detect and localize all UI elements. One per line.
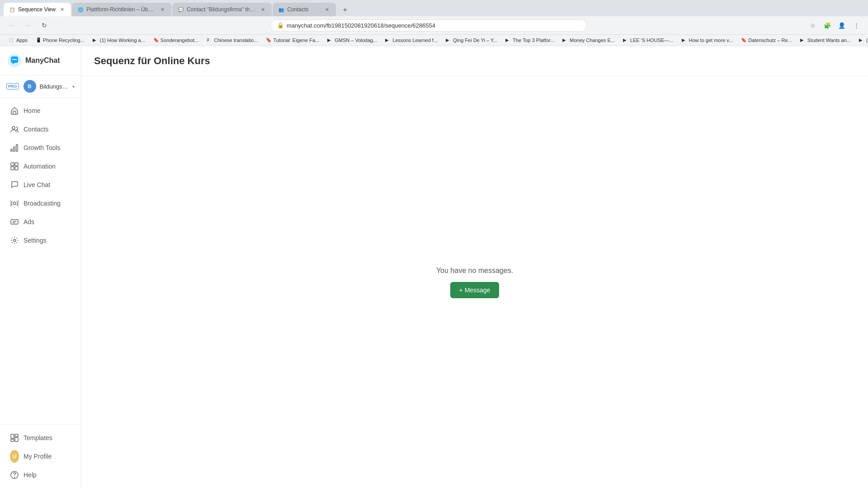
sidebar-item-label-growth-tools: Growth Tools — [24, 144, 60, 151]
tab-label-plattform: Plattform-Richtlinien – Übers... — [86, 6, 156, 13]
contacts-icon — [10, 125, 19, 134]
tab-close-contact[interactable]: ✕ — [259, 6, 266, 13]
star-button[interactable]: ☆ — [807, 19, 819, 32]
profile-avatar: U — [10, 450, 19, 463]
sidebar-item-settings[interactable]: Settings — [3, 231, 78, 249]
tab-favicon-plattform: 🌐 — [77, 6, 84, 13]
tab-contacts[interactable]: 👥 Contacts ✕ — [273, 3, 336, 16]
forward-button[interactable]: → — [22, 19, 34, 32]
bookmark-add[interactable]: ▶ (2) How To Add A... — [855, 36, 868, 44]
tab-close-contacts[interactable]: ✕ — [323, 6, 330, 13]
live-chat-icon — [10, 180, 19, 189]
bookmark-favicon-lee: ▶ — [623, 38, 628, 43]
sidebar-nav: Home Contacts — [0, 98, 81, 424]
tab-close-sequence[interactable]: ✕ — [58, 6, 66, 13]
bookmark-label-gmsn: GMSN – Volodag... — [335, 38, 377, 43]
add-message-button[interactable]: + Message — [450, 282, 500, 298]
svg-rect-15 — [11, 434, 14, 438]
svg-rect-10 — [11, 167, 14, 170]
sidebar-item-label-broadcasting: Broadcasting — [24, 200, 61, 207]
sidebar-item-ads[interactable]: Ads — [3, 213, 78, 231]
bookmark-how-working[interactable]: ▶ (1) How Working a... — [89, 36, 149, 44]
sidebar-logo: ManyChat — [0, 46, 81, 75]
svg-rect-8 — [11, 163, 14, 166]
svg-rect-1 — [12, 59, 14, 60]
sidebar-item-label-settings: Settings — [24, 237, 47, 244]
sidebar-item-my-profile[interactable]: U My Profile — [3, 447, 78, 465]
bookmark-label-phone: Phone Recycling... — [43, 38, 85, 43]
bookmark-label-qing: Qing Fei De Yi – Y... — [453, 38, 497, 43]
tab-bar: 📋 Sequence View ✕ 🌐 Plattform-Richtlinie… — [0, 0, 868, 16]
bookmarks-bar: ⬚ Apps 📱 Phone Recycling... ▶ (1) How Wo… — [0, 35, 868, 46]
svg-point-14 — [14, 239, 16, 242]
bookmark-gmsn[interactable]: ▶ GMSN – Volodag... — [324, 36, 381, 44]
tab-close-plattform[interactable]: ✕ — [159, 6, 166, 13]
svg-point-12 — [13, 202, 16, 205]
bookmark-favicon-qing: ▶ — [446, 38, 451, 43]
back-button[interactable]: ← — [5, 19, 18, 32]
address-bar[interactable]: 🔒 manychat.com/fb198150208192061​8/seque… — [270, 19, 587, 32]
sidebar-item-templates[interactable]: Templates — [3, 429, 78, 447]
sidebar-item-label-ads: Ads — [24, 218, 34, 225]
svg-rect-13 — [11, 220, 18, 224]
sidebar-item-help[interactable]: Help — [3, 466, 78, 484]
bookmark-favicon-tutorial: 🔖 — [266, 38, 271, 43]
bookmark-datenschutz[interactable]: 🔖 Datenschutz – Re... — [737, 36, 796, 44]
tab-sequence-view[interactable]: 📋 Sequence View ✕ — [4, 3, 71, 16]
svg-rect-9 — [15, 163, 18, 166]
svg-rect-11 — [15, 167, 18, 170]
bookmark-sonderangebot[interactable]: 🔖 Sonderangebot... — [150, 36, 202, 44]
profile-button[interactable]: 👤 — [835, 19, 848, 32]
svg-point-20 — [14, 477, 15, 478]
bookmark-favicon-lessons: ▶ — [385, 38, 391, 43]
bookmark-tutorial[interactable]: 🔖 Tutorial: Eigene Fa... — [262, 36, 323, 44]
bookmark-favicon-money: ▶ — [562, 38, 568, 43]
bookmark-favicon-how-working: ▶ — [93, 38, 98, 43]
page-title: Sequenz für Online Kurs — [94, 55, 855, 67]
tab-label-contacts: Contacts — [287, 6, 321, 13]
tab-contact[interactable]: 💬 Contact "Bildungsfirma" thro... ✕ — [172, 3, 272, 16]
sidebar-item-home[interactable]: Home — [3, 102, 78, 120]
tab-label-contact: Contact "Bildungsfirma" thro... — [187, 6, 256, 13]
broadcasting-icon — [10, 199, 19, 208]
bookmark-lee[interactable]: ▶ LEE 'S HOUSE—... — [619, 36, 677, 44]
url-text: manychat.com/fb198150208192061​8/sequenc… — [287, 22, 580, 29]
bookmark-apps[interactable]: ⬚ Apps — [5, 36, 31, 44]
browser-toolbar: ← → ↻ 🔒 manychat.com/fb198150208192061​8… — [0, 16, 868, 35]
bookmark-favicon-phone: 📱 — [36, 38, 41, 43]
bookmark-chinese[interactable]: # Chinese translatio... — [203, 36, 261, 44]
bookmark-label-apps: Apps — [16, 38, 28, 43]
menu-button[interactable]: ⋮ — [850, 19, 863, 32]
account-selector[interactable]: PRO B Bildungsfirma ▾ — [0, 75, 81, 98]
main-content: Sequenz für Online Kurs You have no mess… — [81, 46, 868, 488]
sidebar-item-label-contacts: Contacts — [24, 126, 48, 133]
tab-plattform[interactable]: 🌐 Plattform-Richtlinien – Übers... ✕ — [72, 3, 171, 16]
svg-rect-2 — [14, 59, 15, 60]
svg-rect-7 — [16, 145, 18, 151]
bookmark-lessons[interactable]: ▶ Lessons Learned f... — [382, 36, 441, 44]
empty-state-message: You have no messages. — [436, 267, 513, 275]
bookmark-label-lee: LEE 'S HOUSE—... — [630, 38, 674, 43]
bookmark-money[interactable]: ▶ Money Changes E... — [559, 36, 618, 44]
new-tab-button[interactable]: + — [339, 4, 351, 16]
bookmark-student[interactable]: ▶ Student Wants an... — [797, 36, 854, 44]
svg-rect-6 — [14, 147, 15, 151]
tab-favicon-sequence: 📋 — [9, 6, 15, 13]
sidebar-item-contacts[interactable]: Contacts — [3, 120, 78, 138]
sidebar-item-automation[interactable]: Automation — [3, 157, 78, 175]
bookmark-favicon-student: ▶ — [800, 38, 806, 43]
chevron-down-icon: ▾ — [72, 84, 75, 89]
bookmark-label-add: (2) How To Add A... — [866, 38, 868, 43]
bookmark-top3[interactable]: ▶ The Top 3 Platfor... — [502, 36, 558, 44]
sidebar-item-growth-tools[interactable]: Growth Tools — [3, 139, 78, 157]
bookmark-qing[interactable]: ▶ Qing Fei De Yi – Y... — [442, 36, 501, 44]
reload-button[interactable]: ↻ — [38, 19, 51, 32]
bookmark-label-chinese: Chinese translatio... — [214, 38, 258, 43]
bookmark-label-student: Student Wants an... — [807, 38, 851, 43]
sidebar-item-label-templates: Templates — [24, 434, 52, 441]
bookmark-howto[interactable]: ▶ How to get more v... — [678, 36, 737, 44]
extensions-button[interactable]: 🧩 — [821, 19, 834, 32]
sidebar-item-live-chat[interactable]: Live Chat — [3, 176, 78, 194]
bookmark-phone[interactable]: 📱 Phone Recycling... — [32, 36, 88, 44]
sidebar-item-broadcasting[interactable]: Broadcasting — [3, 194, 78, 212]
